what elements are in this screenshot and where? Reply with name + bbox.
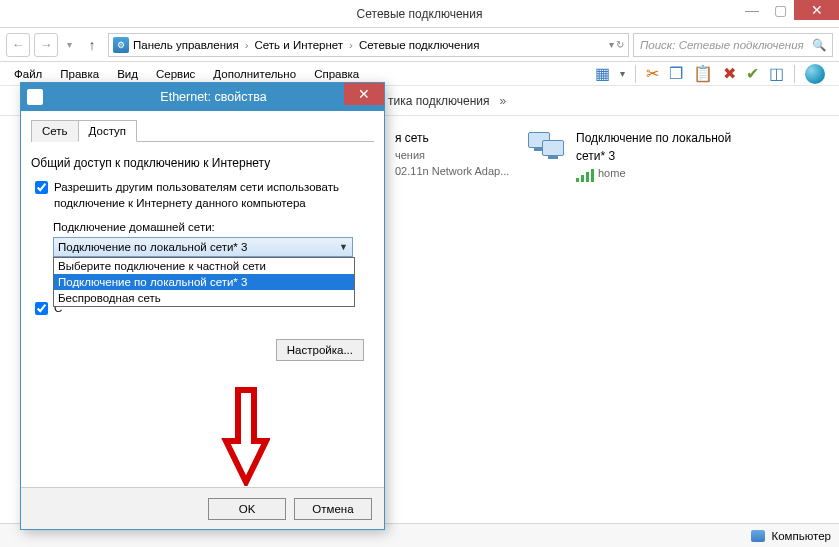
window-titlebar: Сетевые подключения — ▢ ✕ xyxy=(0,0,839,28)
ethernet-properties-dialog: Ethernet: свойства ✕ Сеть Доступ Общий д… xyxy=(20,82,385,530)
nav-bar: ← → ▾ ↑ ⚙ Панель управления › Сеть и Инт… xyxy=(0,28,839,62)
paste-icon[interactable]: 📋 xyxy=(693,64,713,83)
menu-file[interactable]: Файл xyxy=(6,65,50,83)
group-title: Общий доступ к подключению к Интернету xyxy=(31,156,374,170)
control-panel-icon: ⚙ xyxy=(113,37,129,53)
network-connection-item[interactable]: Подключение по локальной сети* 3 home xyxy=(528,130,731,182)
combo-value: Подключение по локальной сети* 3 xyxy=(58,241,247,253)
menu-help[interactable]: Справка xyxy=(306,65,367,83)
menu-service[interactable]: Сервис xyxy=(148,65,203,83)
maximize-button[interactable]: ▢ xyxy=(766,0,794,20)
forward-button[interactable]: → xyxy=(34,33,58,57)
dialog-icon xyxy=(27,89,43,105)
cut-icon[interactable]: ✂ xyxy=(646,64,659,83)
close-button[interactable]: ✕ xyxy=(794,0,839,20)
dialog-body: Сеть Доступ Общий доступ к подключению к… xyxy=(21,111,384,487)
allow-control-checkbox[interactable] xyxy=(35,302,48,315)
allow-sharing-checkbox[interactable] xyxy=(35,181,48,194)
separator xyxy=(794,65,795,83)
computer-icon xyxy=(751,530,765,542)
window-controls: — ▢ ✕ xyxy=(738,0,839,20)
address-dropdown[interactable]: ▾ xyxy=(609,39,614,50)
settings-button[interactable]: Настройка... xyxy=(276,339,364,361)
connection-name: я сеть xyxy=(395,130,509,147)
home-network-combo[interactable]: Подключение по локальной сети* 3 ▼ Выбер… xyxy=(53,237,353,257)
allow-sharing-row: Разрешить другим пользователям сети испо… xyxy=(31,180,374,211)
combo-dropdown: Выберите подключение к частной сети Подк… xyxy=(53,257,355,307)
dialog-close-button[interactable]: ✕ xyxy=(344,83,384,105)
signal-icon xyxy=(576,168,594,182)
dialog-titlebar[interactable]: Ethernet: свойства ✕ xyxy=(21,83,384,111)
address-bar[interactable]: ⚙ Панель управления › Сеть и Интернет › … xyxy=(108,33,629,57)
search-icon: 🔍 xyxy=(812,38,826,52)
crumb-sep-icon: › xyxy=(243,39,251,51)
connection-name: Подключение по локальной xyxy=(576,130,731,147)
delete-icon[interactable]: ✖ xyxy=(723,64,736,83)
menu-extra[interactable]: Дополнительно xyxy=(205,65,304,83)
separator xyxy=(635,65,636,83)
back-button[interactable]: ← xyxy=(6,33,30,57)
network-connection-item[interactable]: я сеть чения 02.11n Network Adap... xyxy=(395,130,509,180)
toolbar: ▦ ▾ ✂ ❐ 📋 ✖ ✔ ◫ xyxy=(595,64,833,84)
history-dropdown[interactable]: ▾ xyxy=(62,39,76,50)
tab-strip: Сеть Доступ xyxy=(31,119,374,142)
crumb-network-connections[interactable]: Сетевые подключения xyxy=(359,39,480,51)
connection-name-line2: сети* 3 xyxy=(576,148,731,165)
search-placeholder: Поиск: Сетевые подключения xyxy=(640,39,804,51)
refresh-button[interactable]: ↻ xyxy=(616,39,624,50)
copy-icon[interactable]: ❐ xyxy=(669,64,683,83)
combo-option[interactable]: Выберите подключение к частной сети xyxy=(54,258,354,274)
connection-ssid: home xyxy=(598,166,626,181)
chevron-icon[interactable]: » xyxy=(490,94,517,108)
check-icon[interactable]: ✔ xyxy=(746,64,759,83)
crumb-network-internet[interactable]: Сеть и Интернет xyxy=(255,39,344,51)
crumb-control-panel[interactable]: Панель управления xyxy=(133,39,239,51)
shell-icon[interactable] xyxy=(805,64,825,84)
ok-button[interactable]: OK xyxy=(208,498,286,520)
crumb-sep-icon: › xyxy=(347,39,355,51)
connection-status: чения xyxy=(395,148,509,163)
properties-icon[interactable]: ◫ xyxy=(769,64,784,83)
tab-access[interactable]: Доступ xyxy=(78,120,137,142)
dialog-footer: OK Отмена xyxy=(21,487,384,529)
status-computer: Компьютер xyxy=(771,530,831,542)
chevron-down-icon: ▼ xyxy=(339,242,348,252)
combo-option[interactable]: Беспроводная сеть xyxy=(54,290,354,306)
home-network-label: Подключение домашней сети: xyxy=(31,221,374,233)
window-title: Сетевые подключения xyxy=(0,7,839,21)
dialog-title: Ethernet: свойства xyxy=(43,90,384,104)
menu-view[interactable]: Вид xyxy=(109,65,146,83)
connection-adapter: 02.11n Network Adap... xyxy=(395,164,509,179)
menu-edit[interactable]: Правка xyxy=(52,65,107,83)
combo-option-selected[interactable]: Подключение по локальной сети* 3 xyxy=(54,274,354,290)
minimize-button[interactable]: — xyxy=(738,0,766,20)
cancel-button[interactable]: Отмена xyxy=(294,498,372,520)
tab-network[interactable]: Сеть xyxy=(31,120,79,142)
network-icon xyxy=(528,130,568,166)
layout-icon[interactable]: ▦ xyxy=(595,64,610,83)
search-input[interactable]: Поиск: Сетевые подключения 🔍 xyxy=(633,33,833,57)
chevron-down-icon[interactable]: ▾ xyxy=(620,68,625,79)
up-button[interactable]: ↑ xyxy=(80,33,104,57)
allow-sharing-label: Разрешить другим пользователям сети испо… xyxy=(54,180,374,211)
ics-group: Общий доступ к подключению к Интернету Р… xyxy=(31,156,374,317)
